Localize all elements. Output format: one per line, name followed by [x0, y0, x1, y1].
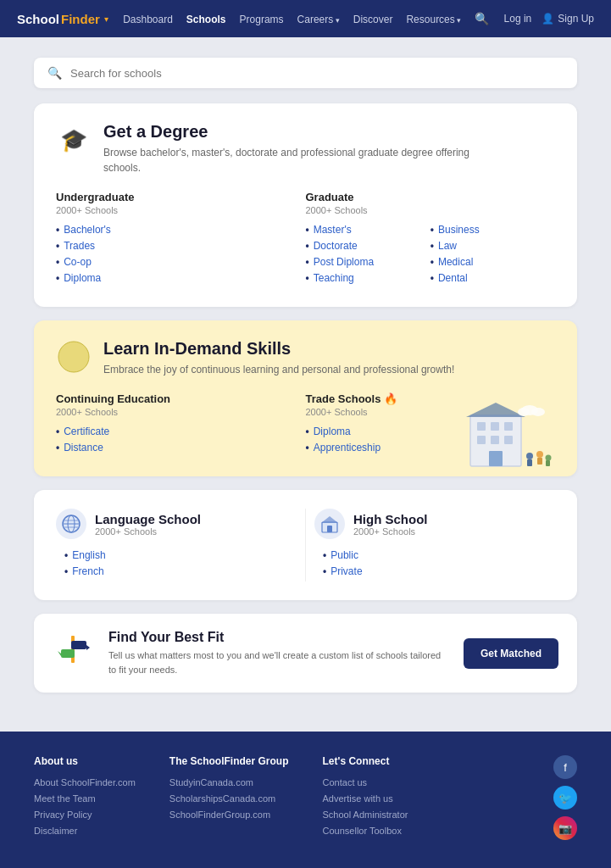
get-matched-button[interactable]: Get Matched: [464, 638, 558, 669]
bachelors-link[interactable]: Bachelor's: [64, 224, 111, 236]
logo-dropdown-icon: ▾: [104, 14, 108, 24]
trade-diploma-link[interactable]: Diploma: [314, 426, 351, 437]
svg-marker-30: [86, 645, 90, 650]
building-illustration: [445, 398, 555, 475]
search-icon[interactable]: 🔍: [475, 12, 489, 25]
twitter-icon[interactable]: 🐦: [553, 786, 577, 810]
footer-about-link[interactable]: About SchoolFinder.com: [34, 777, 136, 787]
search-input[interactable]: [70, 67, 564, 80]
skills-card: ⚙️ Learn In-Demand Skills Embrace the jo…: [34, 320, 577, 476]
business-link[interactable]: Business: [438, 224, 480, 236]
teaching-link[interactable]: Teaching: [314, 272, 354, 284]
list-item: Trades: [56, 240, 306, 252]
svg-rect-31: [61, 649, 75, 658]
svg-point-0: [58, 342, 89, 372]
doctorate-link[interactable]: Doctorate: [314, 240, 358, 252]
footer-connect-list: Contact us Advertise with us School Admi…: [323, 776, 408, 837]
coop-link[interactable]: Co-op: [64, 256, 92, 268]
footer-social: f 🐦 📷: [553, 755, 577, 840]
footer-privacy-link[interactable]: Privacy Policy: [34, 810, 92, 820]
logo-school: School: [17, 12, 59, 26]
svg-point-16: [536, 451, 543, 458]
dental-link[interactable]: Dental: [438, 272, 468, 284]
match-description: Tell us what matters most to you and we'…: [108, 648, 448, 676]
svg-rect-27: [327, 526, 332, 532]
list-item: Dental: [430, 272, 555, 284]
list-item: Post Diploma: [306, 256, 430, 268]
public-link[interactable]: Public: [330, 549, 358, 561]
nav-resources[interactable]: Resources: [406, 14, 461, 25]
svg-rect-6: [477, 436, 486, 444]
french-link[interactable]: French: [72, 565, 103, 577]
instagram-icon[interactable]: 📷: [553, 816, 577, 840]
medical-link[interactable]: Medical: [438, 256, 473, 268]
list-item: Co-op: [56, 256, 306, 268]
highschool-list: Public Private: [314, 549, 555, 581]
law-link[interactable]: Law: [438, 240, 457, 252]
undergraduate-count: 2000+ Schools: [56, 205, 306, 215]
footer-disclaimer-link[interactable]: Disclaimer: [34, 826, 77, 836]
logo-finder: Finder: [61, 12, 100, 26]
private-link[interactable]: Private: [330, 565, 362, 577]
masters-link[interactable]: Master's: [314, 224, 352, 236]
svg-rect-17: [537, 458, 542, 465]
trades-link[interactable]: Trades: [64, 240, 95, 252]
nav-discover[interactable]: Discover: [353, 14, 393, 25]
skills-header-text: Learn In-Demand Skills Embrace the joy o…: [103, 339, 454, 377]
distance-link[interactable]: Distance: [64, 442, 103, 453]
logo[interactable]: School Finder ▾: [17, 12, 108, 26]
nav-schools[interactable]: Schools: [186, 14, 226, 25]
footer-group-list: StudyinCanada.com ScholarshipsCanada.com…: [169, 776, 289, 821]
english-link[interactable]: English: [72, 549, 105, 561]
signup-link[interactable]: 👤 Sign Up: [542, 13, 594, 25]
nav-dashboard[interactable]: Dashboard: [123, 14, 173, 25]
continuing-list: Certificate Distance: [56, 426, 306, 453]
nav-careers[interactable]: Careers: [297, 14, 340, 25]
footer-scholarships-link[interactable]: ScholarshipsCanada.com: [169, 793, 275, 804]
two-col-card: Language School 2000+ Schools English Fr…: [34, 490, 577, 600]
login-link[interactable]: Log in: [504, 13, 532, 25]
footer-contact-link[interactable]: Contact us: [323, 777, 368, 787]
search-bar[interactable]: 🔍: [34, 58, 577, 88]
nav-programs[interactable]: Programs: [240, 14, 284, 25]
footer-studyin-link[interactable]: StudyinCanada.com: [169, 777, 253, 787]
match-icon: [53, 629, 93, 677]
degree-sections: Undergraduate 2000+ Schools Bachelor's T…: [56, 191, 555, 288]
skills-sections: Continuing Education 2000+ Schools Certi…: [56, 392, 555, 458]
language-header: Language School 2000+ Schools: [56, 509, 297, 539]
certificate-link[interactable]: Certificate: [64, 426, 109, 437]
graduate-list2: Business Law Medical Dental: [430, 224, 555, 284]
footer-connect: Let's Connect Contact us Advertise with …: [323, 755, 408, 840]
language-title: Language School: [95, 512, 201, 526]
match-card: Find Your Best Fit Tell us what matters …: [34, 614, 577, 693]
degree-card-header: 🎓 Get a Degree Browse bachelor's, master…: [56, 122, 555, 175]
footer-counsellor-link[interactable]: Counsellor Toolbox: [323, 826, 402, 836]
postdiploma-link[interactable]: Post Diploma: [314, 256, 374, 268]
footer-columns: About us About SchoolFinder.com Meet the…: [34, 755, 577, 840]
nav-auth: Log in 👤 Sign Up: [504, 13, 594, 25]
degree-card: 🎓 Get a Degree Browse bachelor's, master…: [34, 103, 577, 307]
list-item: Bachelor's: [56, 224, 306, 236]
diploma-link[interactable]: Diploma: [64, 272, 101, 284]
continuing-col: Continuing Education 2000+ Schools Certi…: [56, 392, 306, 458]
footer-admin-link[interactable]: School Administrator: [323, 810, 408, 820]
svg-rect-15: [527, 459, 532, 466]
user-icon: 👤: [542, 13, 554, 25]
degree-icon: 🎓: [56, 122, 92, 158]
language-count: 2000+ Schools: [95, 526, 201, 537]
navbar: School Finder ▾ Dashboard Schools Progra…: [0, 0, 611, 37]
footer-about-heading: About us: [34, 755, 136, 767]
list-item: Master's: [306, 224, 430, 236]
list-item: French: [64, 565, 297, 577]
apprenticeship-link[interactable]: Apprenticeship: [314, 442, 380, 453]
svg-point-13: [518, 408, 530, 416]
main-content: 🔍 🎓 Get a Degree Browse bachelor's, mast…: [0, 37, 611, 732]
footer-about-list: About SchoolFinder.com Meet the Team Pri…: [34, 776, 136, 837]
lang-highschool-card: Language School 2000+ Schools English Fr…: [34, 490, 577, 600]
facebook-icon[interactable]: f: [553, 755, 577, 779]
footer-team-link[interactable]: Meet the Team: [34, 793, 96, 804]
footer-sfgroup-link[interactable]: SchoolFinderGroup.com: [169, 810, 270, 820]
list-item: Medical: [430, 256, 555, 268]
footer-advertise-link[interactable]: Advertise with us: [323, 793, 393, 804]
highschool-title-group: High School 2000+ Schools: [353, 512, 428, 537]
